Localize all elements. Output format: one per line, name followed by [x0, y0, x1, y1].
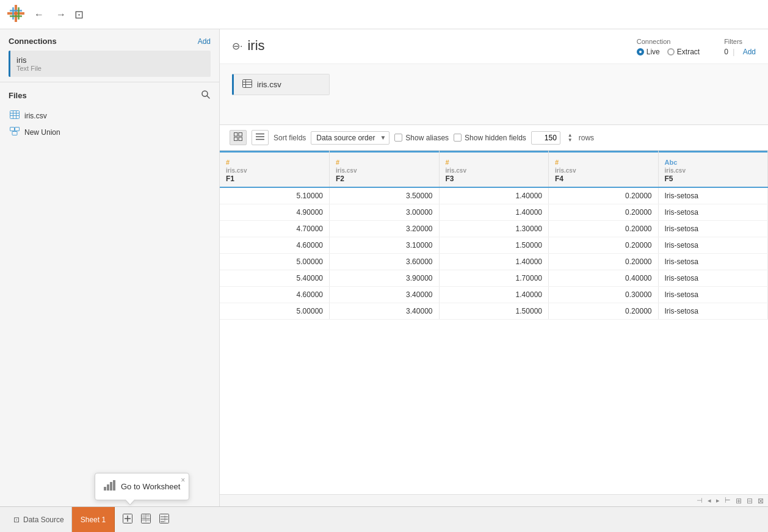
scroll-next-button[interactable]: ▸	[714, 497, 722, 505]
table-cell: 1.50000	[439, 303, 549, 320]
sidebar-connections: Connections Add iris Text File	[0, 29, 219, 82]
col-header-f1[interactable]: # iris.csv F1	[220, 151, 330, 187]
data-toolbar: Sort fields Data source order Alphabetic…	[220, 125, 768, 151]
radio-extract-label: Extract	[677, 48, 700, 56]
tab-datasource[interactable]: ⊡ Data Source	[6, 507, 72, 533]
table-row: 5.000003.600001.400000.20000Iris-setosa	[220, 254, 768, 270]
union-icon	[10, 127, 20, 137]
svg-rect-46	[113, 480, 115, 491]
table-header-row: # iris.csv F1 # iris.csv F2 # iris.csv F…	[220, 151, 768, 187]
content-area: ⊖· iris Connection Live Extract	[220, 29, 768, 506]
table-cell: 5.40000	[220, 270, 330, 287]
svg-rect-32	[142, 515, 146, 520]
show-hidden-checkbox[interactable]	[454, 134, 462, 142]
forward-button[interactable]: →	[53, 7, 70, 23]
table-body: 5.100003.500001.400000.20000Iris-setosa4…	[220, 187, 768, 320]
window-icon[interactable]: ⊡	[74, 8, 84, 21]
connection-item-iris[interactable]: iris Text File	[9, 51, 211, 77]
scroll-prev-button[interactable]: ◂	[706, 497, 713, 505]
table-cell: Iris-setosa	[658, 237, 768, 254]
svg-rect-43	[104, 487, 106, 491]
add-sheet-button[interactable]	[120, 512, 136, 527]
show-aliases-option[interactable]: Show aliases	[394, 134, 449, 142]
filters-count: 0	[724, 48, 728, 56]
sort-select[interactable]: Data source order Alphabetical	[311, 131, 389, 145]
file-item-new-union[interactable]: New Union	[9, 124, 211, 140]
rows-input[interactable]: 150	[531, 131, 560, 145]
scroll-first-button[interactable]: ⊣	[695, 497, 705, 505]
svg-rect-45	[110, 482, 112, 491]
tab-sheet1[interactable]: Sheet 1	[72, 507, 115, 533]
svg-rect-17	[243, 80, 252, 88]
canvas-area: iris.csv	[220, 64, 768, 125]
col-name: F4	[555, 174, 652, 183]
grid-view-button-2[interactable]: ⊟	[745, 497, 755, 505]
table-cell: Iris-setosa	[658, 204, 768, 221]
files-header: Files	[9, 90, 211, 101]
col-type-icon: #	[226, 159, 230, 166]
rows-label: rows	[579, 134, 594, 142]
radio-extract[interactable]: Extract	[667, 48, 700, 56]
view-list-button[interactable]	[252, 130, 269, 145]
col-type-icon: #	[336, 159, 339, 166]
scrollbar-area: ⊣ ◂ ▸ ⊢ ⊞ ⊟ ⊠	[220, 494, 768, 506]
svg-rect-33	[147, 515, 150, 517]
tooltip-close-button[interactable]: ×	[181, 476, 185, 484]
svg-rect-13	[10, 128, 15, 131]
connections-header: Connections Add	[9, 37, 211, 46]
back-button[interactable]: ←	[31, 7, 48, 23]
file-item-iris-csv[interactable]: iris.csv	[9, 107, 211, 124]
grid-view-button-3[interactable]: ⊠	[756, 497, 766, 505]
files-search-button[interactable]	[201, 90, 211, 101]
add-dashboard-button[interactable]	[138, 512, 154, 527]
col-header-f5[interactable]: Abc iris.csv F5	[658, 151, 768, 187]
svg-line-7	[207, 96, 209, 98]
add-story-button[interactable]	[156, 512, 172, 527]
connection-section: Connection Live Extract	[637, 38, 700, 56]
table-cell: 1.40000	[439, 204, 549, 221]
datasource-tab-icon: ⊡	[13, 516, 20, 524]
col-type-icon: #	[555, 159, 559, 166]
connections-add-link[interactable]: Add	[198, 37, 211, 46]
grid-view-button-1[interactable]: ⊞	[734, 497, 744, 505]
tooltip-text[interactable]: Go to Worksheet	[121, 482, 180, 491]
sidebar: Connections Add iris Text File Files iri…	[0, 29, 220, 506]
sidebar-files: Files iris.csv New Union	[0, 82, 219, 148]
svg-rect-3	[10, 10, 22, 12]
table-row: 4.700003.200001.300000.20000Iris-setosa	[220, 221, 768, 237]
show-hidden-option[interactable]: Show hidden fields	[454, 134, 526, 142]
table-cell: Iris-setosa	[658, 254, 768, 270]
rows-down-button[interactable]: ▼	[567, 138, 574, 143]
view-grid-button[interactable]	[230, 130, 247, 145]
radio-live[interactable]: Live	[637, 48, 660, 56]
table-cell: Iris-setosa	[658, 187, 768, 204]
file-name-new-union: New Union	[24, 128, 60, 137]
datasource-title[interactable]: iris	[247, 38, 264, 54]
col-name: F2	[336, 174, 433, 183]
svg-rect-2	[12, 7, 14, 20]
table-card-iris[interactable]: iris.csv	[232, 74, 330, 95]
col-header-f3[interactable]: # iris.csv F3	[439, 151, 549, 187]
table-row: 5.100003.500001.400000.20000Iris-setosa	[220, 187, 768, 204]
svg-rect-4	[18, 7, 20, 20]
show-aliases-checkbox[interactable]	[394, 134, 402, 142]
table-icon	[10, 110, 20, 121]
col-header-f2[interactable]: # iris.csv F2	[330, 151, 440, 187]
table-row: 4.900003.000001.400000.20000Iris-setosa	[220, 204, 768, 221]
show-aliases-label: Show aliases	[405, 134, 449, 142]
col-header-f4[interactable]: # iris.csv F4	[549, 151, 659, 187]
rows-stepper: ▲ ▼	[567, 133, 574, 143]
filters-add-link[interactable]: Add	[743, 48, 756, 56]
scroll-last-button[interactable]: ⊢	[723, 497, 733, 505]
tableau-logo	[6, 4, 26, 25]
table-cell: 1.40000	[439, 287, 549, 303]
table-cell: 1.70000	[439, 270, 549, 287]
table-cell: 4.90000	[220, 204, 330, 221]
table-card-name: iris.csv	[257, 80, 281, 89]
table-cell: 1.40000	[439, 187, 549, 204]
table-cell: 3.60000	[330, 254, 440, 270]
data-table-wrapper[interactable]: # iris.csv F1 # iris.csv F2 # iris.csv F…	[220, 151, 768, 494]
sheet1-label: Sheet 1	[81, 516, 106, 524]
svg-rect-5	[10, 15, 22, 17]
table-cell: 0.20000	[549, 254, 659, 270]
